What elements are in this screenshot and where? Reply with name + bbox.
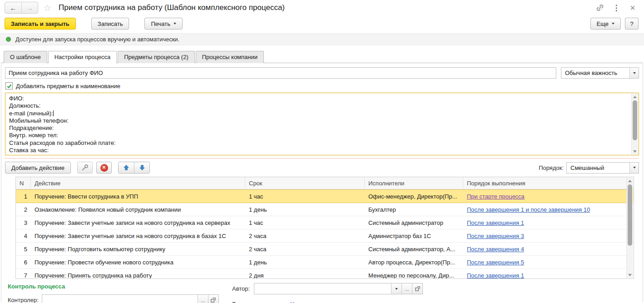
- description-line: ФИО:: [9, 95, 628, 102]
- status-strip: Доступен для запуска процессов вручную и…: [0, 33, 644, 45]
- favorite-star-icon[interactable]: ☆: [44, 3, 51, 13]
- author-input[interactable]: [254, 283, 391, 294]
- author-dropdown-button[interactable]: [391, 283, 401, 294]
- cell-performers: Системный администратор, А...: [365, 246, 463, 253]
- process-control-block: Контроль процесса Контролер: ...: [8, 283, 222, 303]
- order-link[interactable]: После завершения 1: [467, 272, 524, 279]
- get-link-button[interactable]: [594, 2, 606, 14]
- table-row[interactable]: 4 Поручение: Завести учетные записи на н…: [16, 229, 634, 243]
- col-header-performers[interactable]: Исполнители: [365, 177, 463, 189]
- forward-icon: →: [26, 4, 33, 12]
- help-button[interactable]: ?: [625, 18, 639, 30]
- scroll-down-icon[interactable]: [632, 148, 638, 154]
- cell-n: 1: [16, 193, 31, 200]
- order-link[interactable]: После завершения 4: [467, 246, 524, 253]
- table-row[interactable]: 2 Ознакомление: Появился новый сотрудник…: [16, 203, 634, 216]
- cancel-action-button[interactable]: ✕: [96, 162, 112, 174]
- configure-action-button[interactable]: [77, 162, 93, 174]
- status-green-dot-icon: [6, 37, 11, 42]
- order-link[interactable]: После завершения 1: [467, 219, 524, 226]
- cell-term: 1 час: [245, 193, 365, 200]
- cell-performers: Офис-менеджер, Директор(Пр...: [365, 193, 463, 200]
- col-header-action[interactable]: Действие: [31, 177, 245, 189]
- cell-n: 7: [16, 272, 31, 279]
- scrollbar-thumb[interactable]: [633, 100, 637, 140]
- author-block: Автор: ... Трудозатраты: Не указаны: [232, 283, 423, 303]
- col-header-order[interactable]: Порядок выполнения: [463, 177, 634, 189]
- open-icon: [415, 286, 421, 292]
- checkmark-icon: [6, 83, 12, 89]
- controller-open-button[interactable]: [208, 295, 218, 303]
- table-row[interactable]: 7 Поручение: Принять сотрудника на работ…: [16, 269, 634, 279]
- tab-process-subjects[interactable]: Предметы процесса (2): [118, 51, 195, 63]
- cell-n: 6: [16, 259, 31, 266]
- title-bar: ← → ☆ Прием сотрудника на работу (Шаблон…: [0, 0, 644, 15]
- controller-choose-button[interactable]: ...: [198, 295, 208, 303]
- scroll-up-icon[interactable]: [632, 94, 638, 100]
- cell-action: Поручение: Принять сотрудника на работу: [31, 272, 245, 279]
- scroll-up-icon[interactable]: [627, 178, 633, 184]
- back-icon: ←: [10, 4, 17, 12]
- author-choose-button[interactable]: ...: [401, 283, 412, 294]
- order-link[interactable]: При старте процесса: [467, 193, 525, 200]
- process-name-input[interactable]: [5, 67, 556, 79]
- table-row[interactable]: 5 Поручение: Подготовить компьютер сотру…: [16, 243, 634, 256]
- labor-link[interactable]: Не указаны: [290, 301, 322, 303]
- save-and-close-button[interactable]: Записать и закрыть: [5, 18, 76, 30]
- description-scrollbar[interactable]: [631, 94, 638, 154]
- cell-n: 3: [16, 219, 31, 226]
- move-up-button[interactable]: [119, 162, 134, 173]
- add-subjects-checkbox[interactable]: [5, 82, 13, 89]
- table-row[interactable]: 1 Поручение: Ввести сотрудника в УПП 1 ч…: [16, 189, 634, 203]
- wrench-icon: [81, 164, 89, 171]
- cell-action: Ознакомление: Появился новый сотрудник к…: [31, 206, 245, 213]
- back-button[interactable]: ←: [5, 2, 21, 13]
- more-menu-button[interactable]: ⋮: [610, 2, 622, 14]
- close-icon: ×: [630, 3, 635, 13]
- table-row[interactable]: 6 Поручение: Провести обучение нового со…: [16, 256, 634, 269]
- order-combo[interactable]: Смешанный: [566, 162, 639, 174]
- description-line: e-mail (личный):: [9, 110, 628, 117]
- chevron-down-icon: [633, 167, 636, 169]
- tab-company-processes[interactable]: Процессы компании: [196, 51, 264, 63]
- more-actions-button[interactable]: Еще: [590, 18, 621, 30]
- importance-combo[interactable]: Обычная важность: [561, 67, 639, 79]
- cell-performers: Бухгалтер: [365, 206, 463, 213]
- col-header-term[interactable]: Срок: [245, 177, 365, 189]
- col-header-n[interactable]: N: [16, 177, 31, 189]
- add-action-button[interactable]: Добавить действие: [5, 162, 71, 174]
- close-button[interactable]: ×: [627, 2, 639, 14]
- order-link[interactable]: После завершения 5: [467, 259, 524, 266]
- cell-action: Поручение: Провести обучение нового сотр…: [31, 259, 245, 266]
- cell-term: 2 часа: [245, 233, 365, 239]
- text-cursor: [53, 110, 54, 116]
- print-button[interactable]: Печать: [144, 18, 183, 30]
- author-row: Автор: ...: [232, 283, 423, 294]
- process-description-textarea[interactable]: ФИО: Должность: e-mail (личный): Мобильн…: [5, 93, 639, 155]
- scroll-down-icon[interactable]: [627, 272, 633, 278]
- description-line: Ставка за час:: [9, 147, 628, 154]
- save-button[interactable]: Записать: [91, 18, 129, 30]
- table-row[interactable]: 3 Поручение: Завести учетные записи на н…: [16, 216, 634, 229]
- order-link[interactable]: После завершения 1 и после завершения 10: [467, 206, 590, 213]
- move-down-button[interactable]: [134, 162, 149, 173]
- tab-about-template[interactable]: О шаблоне: [4, 51, 47, 63]
- forward-button[interactable]: →: [21, 2, 38, 13]
- tab-process-settings[interactable]: Настройки процесса: [48, 51, 117, 63]
- order-dropdown-button[interactable]: [629, 163, 639, 173]
- cell-performers: Автор процесса, Директор(Пр...: [365, 259, 463, 266]
- open-icon: [210, 297, 216, 303]
- tab-bar: О шаблоне Настройки процесса Предметы пр…: [4, 50, 644, 63]
- controller-input[interactable]: [42, 295, 198, 303]
- move-buttons-group: [118, 162, 150, 174]
- labor-label: Трудозатраты:: [232, 301, 290, 303]
- table-scrollbar[interactable]: [626, 178, 633, 278]
- arrow-down-icon: [139, 164, 145, 171]
- form-splitter[interactable]: [5, 156, 639, 159]
- scrollbar-thumb[interactable]: [628, 184, 632, 246]
- chevron-down-icon: [612, 23, 614, 25]
- author-input-group: ...: [254, 283, 423, 294]
- importance-dropdown-button[interactable]: [629, 68, 639, 78]
- order-link[interactable]: После завершения 3: [467, 233, 524, 239]
- author-open-button[interactable]: [412, 283, 422, 294]
